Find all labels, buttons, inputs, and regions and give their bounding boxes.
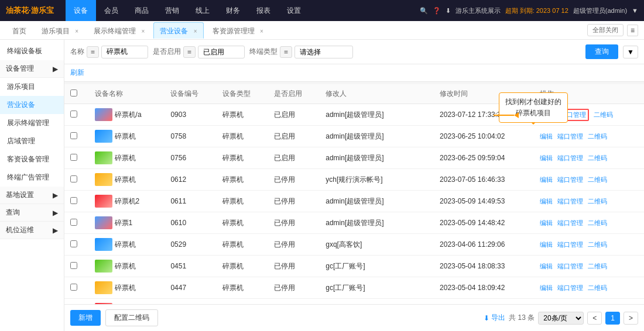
nav-item-products[interactable]: 商品 xyxy=(126,0,157,21)
search-icon[interactable]: 🔍 xyxy=(420,7,428,15)
action-编辑[interactable]: 编辑 xyxy=(540,154,553,163)
sidebar-query-label: 查询 xyxy=(6,208,20,218)
tab-display[interactable]: 展示终端管理 × xyxy=(87,22,151,39)
download-icon[interactable]: ⬇ xyxy=(446,7,451,15)
action-编辑[interactable]: 编辑 xyxy=(540,284,553,292)
filter-enabled-op: = xyxy=(183,46,196,58)
close-all-button[interactable]: 全部关闭 xyxy=(587,24,624,36)
tab-games[interactable]: 游乐项目 × xyxy=(35,22,85,39)
cell-device-number: 0447 xyxy=(165,277,216,299)
action-编辑[interactable]: 编辑 xyxy=(540,175,553,184)
sidebar-item-customer-device[interactable]: 客资设备管理 xyxy=(0,150,64,168)
row-checkbox[interactable] xyxy=(70,284,77,291)
action-二维码[interactable]: 二维码 xyxy=(588,284,607,292)
action-二维码[interactable]: 二维码 xyxy=(594,111,613,119)
sidebar-item-business-device[interactable]: 营业设备 xyxy=(0,96,64,114)
expand-filter-button[interactable]: ▼ xyxy=(623,46,638,58)
action-端口管理[interactable]: 端口管理 xyxy=(557,284,583,292)
action-二维码[interactable]: 二维码 xyxy=(588,219,607,227)
config-qr-button[interactable]: 配置二维码 xyxy=(105,309,158,326)
tab-home[interactable]: 首页 xyxy=(6,22,33,39)
action-端口管理[interactable]: 端口管理 xyxy=(557,132,583,141)
prev-page-button[interactable]: < xyxy=(587,312,602,325)
filter-type-select[interactable]: 请选择 碎票机 xyxy=(294,46,353,58)
sidebar-group-device-management[interactable]: 设备管理 ▶ xyxy=(0,60,64,78)
action-二维码[interactable]: 二维码 xyxy=(588,132,607,141)
close-tab-display[interactable]: × xyxy=(142,28,145,35)
nav-item-settings[interactable]: 设置 xyxy=(279,0,309,21)
close-tab-business[interactable]: × xyxy=(194,28,197,35)
close-tab-customer[interactable]: × xyxy=(260,28,263,35)
action-编辑[interactable]: 编辑 xyxy=(540,262,553,271)
next-page-button[interactable]: > xyxy=(624,312,638,325)
user-arrow[interactable]: ▼ xyxy=(632,7,638,14)
search-button[interactable]: 查询 xyxy=(585,44,618,59)
action-二维码[interactable]: 二维码 xyxy=(588,240,607,249)
cell-enabled: 已停用 xyxy=(268,234,320,256)
filter-enabled-select[interactable]: 已启用 已停用 全部 xyxy=(198,46,245,58)
per-page-select[interactable]: 20条/页 50条/页 100条/页 xyxy=(538,312,584,325)
help-icon[interactable]: ❓ xyxy=(433,7,441,15)
action-端口管理[interactable]: 端口管理 xyxy=(557,154,583,163)
export-link[interactable]: ⬇ 导出 xyxy=(484,313,505,323)
action-编辑[interactable]: 编辑 xyxy=(540,197,553,206)
filter-name-input[interactable] xyxy=(101,46,148,58)
cell-device-type: 碎票机 xyxy=(217,277,268,299)
row-checkbox[interactable] xyxy=(70,197,77,204)
sidebar-group-maintenance[interactable]: 机位运维 ▶ xyxy=(0,222,64,239)
sidebar-query-arrow: ▶ xyxy=(53,209,58,217)
nav-item-devices[interactable]: 设备 xyxy=(66,0,96,21)
sidebar-item-area[interactable]: 店域管理 xyxy=(0,132,64,150)
filter-enabled: 是否启用 = 已启用 已停用 全部 xyxy=(153,46,245,58)
sidebar-item-ad[interactable]: 终端广告管理 xyxy=(0,168,64,187)
refresh-link[interactable]: 刷新 xyxy=(70,68,84,77)
action-二维码[interactable]: 二维码 xyxy=(588,262,607,271)
tab-bar: 首页 游乐项目 × 展示终端管理 × 营业设备 × 客资源管理理 × 全部关闭 … xyxy=(0,21,644,40)
table-wrapper: 找到刚才创建好的 碎票机项目 设备名称 设备编号 设备类型 是否启用 xyxy=(64,82,644,304)
select-all-checkbox[interactable] xyxy=(70,89,77,96)
action-端口管理[interactable]: 端口管理 xyxy=(557,240,583,249)
tab-menu-icon[interactable]: ≡ xyxy=(627,25,638,36)
row-checkbox[interactable] xyxy=(70,154,77,161)
row-checkbox[interactable] xyxy=(70,262,77,269)
row-checkbox[interactable] xyxy=(70,132,77,139)
main-layout: 终端设备板 设备管理 ▶ 游乐项目 营业设备 展示终端管理 店域管理 客资设备管… xyxy=(0,40,644,331)
page-1-button[interactable]: 1 xyxy=(605,312,620,325)
nav-item-members[interactable]: 会员 xyxy=(96,0,126,21)
cell-actions: 编辑 端口管理 二维码 xyxy=(534,234,644,256)
row-checkbox[interactable] xyxy=(70,175,77,182)
nav-item-online[interactable]: 线上 xyxy=(187,0,218,21)
col-modifier: 修改人 xyxy=(320,84,434,104)
header-right: 🔍 ❓ ⬇ 游乐主系统展示 超期 到期: 2023 07 12 超级管理员(ad… xyxy=(420,6,638,15)
row-checkbox[interactable] xyxy=(70,240,77,247)
sidebar-item-display-terminal[interactable]: 展示终端管理 xyxy=(0,114,64,132)
sidebar-item-amusement[interactable]: 游乐项目 xyxy=(0,78,64,96)
export-label: 导出 xyxy=(491,313,505,323)
action-二维码[interactable]: 二维码 xyxy=(588,197,607,206)
action-二维码[interactable]: 二维码 xyxy=(588,154,607,163)
action-端口管理[interactable]: 端口管理 xyxy=(557,197,583,206)
sidebar-item-terminal-board[interactable]: 终端设备板 xyxy=(0,42,64,60)
sidebar-group-base[interactable]: 基地设置 ▶ xyxy=(0,187,64,204)
action-编辑[interactable]: 编辑 xyxy=(540,240,553,249)
sidebar-group-query[interactable]: 查询 ▶ xyxy=(0,204,64,222)
cell-device-number: 0758 xyxy=(165,126,216,147)
new-button[interactable]: 新增 xyxy=(70,310,101,326)
tab-business-device[interactable]: 营业设备 × xyxy=(153,22,203,39)
tab-customer[interactable]: 客资源管理理 × xyxy=(206,22,270,39)
table-row: 碎票机0451碎票机已停用gc[工厂账号]2023-05-04 18:08:33… xyxy=(64,256,644,277)
nav-item-reports[interactable]: 报表 xyxy=(248,0,279,21)
action-编辑[interactable]: 编辑 xyxy=(540,219,553,227)
action-端口管理[interactable]: 端口管理 xyxy=(557,219,583,227)
row-checkbox[interactable] xyxy=(70,111,77,118)
nav-item-finance[interactable]: 财务 xyxy=(218,0,248,21)
action-端口管理[interactable]: 端口管理 xyxy=(557,262,583,271)
cell-actions: 编辑 端口管理 二维码 xyxy=(534,169,644,191)
nav-item-marketing[interactable]: 营销 xyxy=(157,0,187,21)
filter-bar: 名称 = 是否启用 = 已启用 已停用 全部 终端类型 = 请选择 碎票机 xyxy=(64,40,644,64)
row-checkbox[interactable] xyxy=(70,219,77,226)
close-tab-games[interactable]: × xyxy=(75,28,78,35)
action-二维码[interactable]: 二维码 xyxy=(588,175,607,184)
action-编辑[interactable]: 编辑 xyxy=(540,132,553,141)
action-端口管理[interactable]: 端口管理 xyxy=(557,175,583,184)
